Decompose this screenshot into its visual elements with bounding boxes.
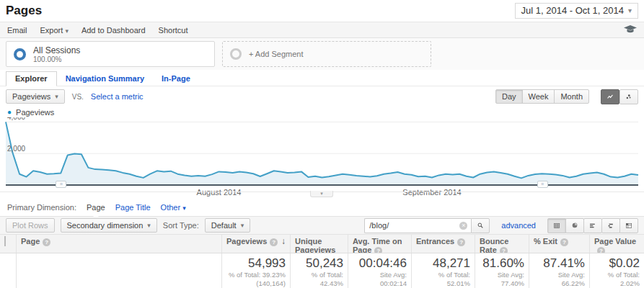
- total-subtext: % of Total: 52.01%: [416, 271, 470, 288]
- vs-label: VS.: [72, 93, 84, 101]
- total-value: 87.41%: [534, 256, 585, 271]
- segment-label: All Sessions: [33, 45, 80, 55]
- annotation-marker-icon[interactable]: ≡: [537, 181, 548, 188]
- total-value: 81.60%: [480, 256, 524, 271]
- total-value: 54,993: [226, 256, 286, 271]
- intelligence-events-icon[interactable]: [624, 25, 637, 35]
- comparison-icon: [608, 222, 614, 230]
- totals-pct-exit: 87.41% Site Avg: 66.22% (31.99%): [529, 253, 589, 288]
- column-header-avg-time[interactable]: Avg. Time on Page?: [348, 235, 411, 253]
- total-subtext: % of Total: 39.23%: [226, 271, 286, 279]
- percentage-view-button[interactable]: [565, 218, 584, 233]
- select-metric-link[interactable]: Select a metric: [91, 92, 144, 101]
- sort-desc-icon[interactable]: ↓: [281, 237, 286, 246]
- header-checkbox-cell: [0, 235, 16, 253]
- column-header-bounce-rate[interactable]: Bounce Rate?: [475, 235, 529, 253]
- segment-all-sessions[interactable]: All Sessions 100.00%: [6, 41, 215, 67]
- segment-percent: 100.00%: [33, 55, 80, 63]
- sort-type-dropdown[interactable]: Default ▾: [205, 218, 250, 233]
- help-icon[interactable]: ?: [597, 247, 605, 253]
- sort-type-label: Sort Type:: [163, 221, 199, 230]
- advanced-search-link[interactable]: advanced: [501, 221, 536, 230]
- totals-page-cell: [16, 253, 221, 288]
- table-search-input[interactable]: [364, 218, 471, 233]
- granularity-day-button[interactable]: Day: [495, 89, 523, 104]
- export-button[interactable]: Export ▾: [40, 26, 69, 35]
- total-subtext: % of Total: 2.02%: [594, 271, 640, 288]
- annotations-drawer-handle[interactable]: ▾: [310, 191, 333, 197]
- clear-search-icon[interactable]: ×: [459, 222, 467, 230]
- search-button[interactable]: [471, 218, 490, 233]
- help-icon[interactable]: ?: [374, 247, 382, 253]
- column-header-pct-exit[interactable]: % Exit?: [529, 235, 589, 253]
- svg-text:September 2014: September 2014: [402, 188, 461, 197]
- column-header-pageviews[interactable]: ↓ Pageviews?: [221, 235, 290, 253]
- data-view-button[interactable]: [547, 218, 566, 233]
- tab-navigation-summary[interactable]: Navigation Summary: [57, 72, 153, 86]
- metric-selector-value: Pageviews: [12, 92, 50, 101]
- email-button[interactable]: Email: [7, 26, 27, 35]
- line-chart-icon: [607, 93, 613, 101]
- pivot-icon: [626, 222, 632, 230]
- total-value: 50,243: [295, 256, 343, 271]
- add-to-dashboard-button[interactable]: Add to Dashboard: [81, 26, 146, 35]
- date-range-selector[interactable]: Jul 1, 2014 - Oct 1, 2014 ▾: [515, 3, 638, 19]
- comparison-view-button[interactable]: [601, 218, 620, 233]
- svg-text:2,000: 2,000: [7, 145, 25, 153]
- add-segment-label: + Add Segment: [249, 50, 304, 58]
- column-label: Unique Pageviews: [295, 237, 335, 253]
- add-segment-button[interactable]: + Add Segment: [222, 41, 431, 67]
- table-grid-icon: [554, 222, 560, 230]
- select-all-checkbox[interactable]: [4, 236, 6, 246]
- column-label: Entrances: [416, 237, 454, 246]
- totals-pageviews: 54,993 % of Total: 39.23% (140,164): [221, 253, 290, 288]
- line-chart-view-button[interactable]: [601, 89, 619, 104]
- column-header-unique-pageviews[interactable]: Unique Pageviews?: [290, 235, 348, 253]
- totals-entrances: 48,271 % of Total: 52.01% (92,819): [411, 253, 475, 288]
- help-icon[interactable]: ?: [500, 247, 508, 253]
- help-icon[interactable]: ?: [43, 238, 50, 246]
- dimension-page-title[interactable]: Page Title: [115, 203, 151, 212]
- granularity-month-button[interactable]: Month: [554, 89, 589, 104]
- chart-type-buttons: [601, 89, 638, 104]
- total-value: 00:04:46: [353, 256, 407, 271]
- column-header-page[interactable]: Page?: [16, 235, 221, 253]
- totals-unique-pageviews: 50,243 % of Total: 42.43% (118,421): [290, 253, 348, 288]
- column-label: Page: [21, 237, 40, 246]
- timeseries-chart[interactable]: 2,0004,000August 2014September 2014 ▾ ≡≡: [0, 117, 644, 199]
- help-icon[interactable]: ?: [270, 238, 278, 246]
- performance-view-button[interactable]: [583, 218, 602, 233]
- granularity-week-button[interactable]: Week: [522, 89, 555, 104]
- help-icon[interactable]: ?: [457, 238, 465, 246]
- help-icon[interactable]: ?: [560, 238, 568, 246]
- segments-row: All Sessions 100.00% + Add Segment: [0, 38, 644, 70]
- segment-ring-outline-icon: [230, 48, 242, 60]
- motion-chart-view-button[interactable]: [619, 89, 638, 104]
- plot-rows-button[interactable]: Plot Rows: [6, 218, 55, 233]
- chevron-down-icon: ▾: [147, 222, 151, 229]
- column-label: % Exit: [534, 237, 557, 246]
- totals-avg-time: 00:04:46 Site Avg: 00:02:14 (112.78%): [348, 253, 411, 288]
- metric-selector-dropdown[interactable]: Pageviews ▾: [6, 89, 65, 104]
- tab-explorer[interactable]: Explorer: [6, 71, 57, 86]
- annotation-marker-icon[interactable]: ≡: [56, 181, 66, 188]
- search-icon: [477, 221, 483, 230]
- totals-checkbox-cell: [0, 253, 16, 288]
- pivot-view-button[interactable]: [619, 218, 638, 233]
- table-totals-row: 54,993 % of Total: 39.23% (140,164) 50,2…: [0, 253, 644, 288]
- secondary-dimension-dropdown[interactable]: Secondary dimension ▾: [61, 218, 157, 233]
- bar-list-icon: [590, 222, 596, 230]
- chevron-down-icon: ▾: [320, 191, 323, 196]
- dimension-other-dropdown[interactable]: Other ▾: [161, 203, 186, 212]
- export-label: Export: [40, 26, 63, 35]
- legend-label: Pageviews: [16, 108, 54, 117]
- column-header-entrances[interactable]: Entrances?: [411, 235, 475, 253]
- tab-in-page[interactable]: In-Page: [153, 72, 199, 86]
- date-range-value: Jul 1, 2014 - Oct 1, 2014: [521, 5, 624, 16]
- column-label: Pageviews: [226, 237, 267, 246]
- metric-bar: Pageviews ▾ VS. Select a metric Day Week…: [0, 86, 644, 107]
- shortcut-button[interactable]: Shortcut: [159, 26, 188, 35]
- table-controls-bar: Plot Rows Secondary dimension ▾ Sort Typ…: [0, 216, 644, 235]
- column-header-page-value[interactable]: Page Value?: [589, 235, 644, 253]
- dimension-page[interactable]: Page: [87, 203, 105, 212]
